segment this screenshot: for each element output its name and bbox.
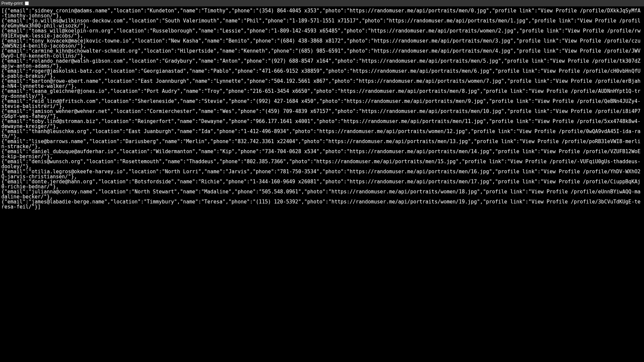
pretty-print-checkbox[interactable] (25, 1, 29, 5)
json-viewer-toolbar: Pretty-print (0, 0, 644, 6)
pretty-print-label: Pretty-print (1, 0, 23, 6)
json-content: [{"email":"sidney_cronin@adams.name","lo… (0, 6, 644, 211)
